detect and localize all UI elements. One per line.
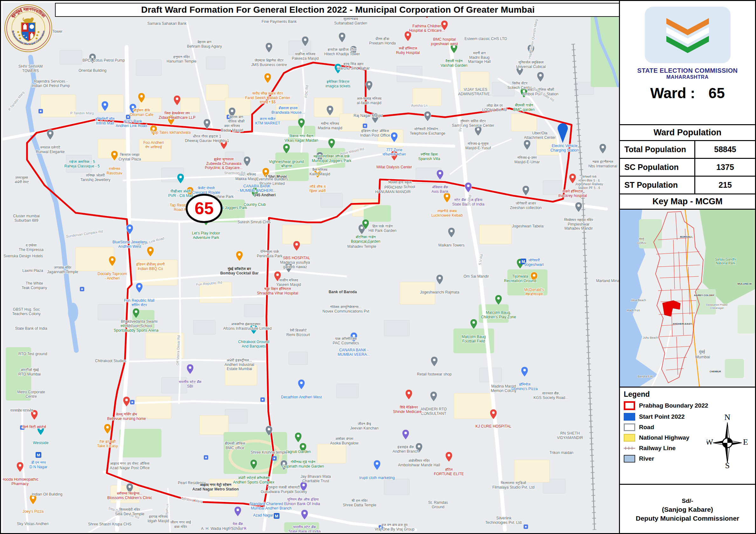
legend: Legend Prabhag Boundary 2022 Start Point… xyxy=(620,388,755,485)
ward-label: Ward : xyxy=(650,85,695,102)
commercial-block xyxy=(454,393,492,419)
keymap-svg: गोराईGORAISanjay GandhiNational ParkBORI… xyxy=(620,210,755,388)
park-area xyxy=(120,429,161,457)
commercial-block xyxy=(200,416,228,435)
map-label: Joey's Pizza xyxy=(23,509,44,514)
circle xyxy=(205,456,207,458)
circle xyxy=(276,273,279,276)
start-point-swatch-icon xyxy=(624,413,635,420)
bmc-seal-logo: बृहन्मुंबई महानगरपालिका Brihanmumbai Mun… xyxy=(4,4,52,54)
signature-sd: Sd/- xyxy=(682,497,693,504)
map-label: बीएमसी गार्डनBMC garden xyxy=(513,103,534,112)
map-label: ॲक्सिस बँकAxis Bank xyxy=(431,185,448,194)
keymap-aarey xyxy=(696,289,716,315)
map-label: बीएमसी ऑफिसBMC office xyxy=(225,441,246,450)
st-population-label: ST Population xyxy=(620,177,695,193)
circle xyxy=(368,83,370,86)
circle xyxy=(443,23,446,25)
compass-w: W xyxy=(707,437,714,446)
building-block xyxy=(193,320,216,335)
map-label: लॉर्ड ऑफ दड्रिंक्स अंधेरी xyxy=(309,184,326,193)
map-label: ऑट्टोमन कॅफेOttoman Cafe xyxy=(130,108,153,117)
legend-item-label: River xyxy=(639,455,654,462)
map-label: Sky Vistas Andheri xyxy=(17,521,49,526)
map-label: पेनिन्सुला पार्कPeninsula Park xyxy=(257,249,283,258)
circle xyxy=(432,394,435,396)
map-label: क्रिस्टल प्लाझाCrystal Plaza xyxy=(119,152,141,161)
ward-map-sheet: MMMSubram TowerSHIV SHIVAMTOWERSRajendra… xyxy=(0,0,756,534)
map-label: जस्टबुक्सअंधेरी वेस्ट xyxy=(14,175,29,184)
map-label: डी एन नगरD N Nagar xyxy=(30,460,48,469)
circle xyxy=(497,297,500,299)
keymap-label: Juhu Beach xyxy=(643,336,658,339)
circle xyxy=(49,132,51,134)
commercial-block xyxy=(206,85,228,100)
circle xyxy=(33,412,36,415)
circle xyxy=(189,366,191,369)
building-block xyxy=(384,320,410,336)
building-block xyxy=(384,479,410,495)
keymap-label: ANDHERI EAST xyxy=(673,322,692,325)
circle xyxy=(206,121,208,124)
transit-stop-icon xyxy=(39,109,43,114)
keymap-label: GORAI xyxy=(637,242,646,244)
map-label: ठाकरे हॉस्पिटलthackrey hospital xyxy=(558,189,587,198)
map-label: Trikon maidan xyxy=(549,450,574,455)
circle xyxy=(127,116,129,117)
map-label: मस्जिद-इ-युसुफMasjid-E-Yusuf xyxy=(466,141,491,150)
map-label: Jay Bhavani MataCharitable Trust xyxy=(300,474,331,483)
keymap-label: CHEMBUR xyxy=(710,370,721,373)
building-block xyxy=(136,60,161,76)
map-label: Malkani Towers xyxy=(438,243,465,247)
transit-stop-icon xyxy=(130,400,134,404)
circle xyxy=(364,125,365,126)
map-label: SBS HOSPITAL xyxy=(283,256,310,260)
circle xyxy=(418,445,420,447)
map-label: महानगरपालिका जॉगर्स पार्कMunicipal Jogge… xyxy=(312,154,352,163)
map-label: Chitrakoot Studios xyxy=(95,359,126,363)
map-label: नबस इंटर्नेशनलNbs International xyxy=(588,160,617,168)
map-label: Country Club xyxy=(244,202,266,207)
map-label: मस्जिद-इ-उमरMasjid-E-Umar xyxy=(514,155,540,164)
circle xyxy=(407,33,409,36)
map-label: Azad Nagar xyxy=(253,513,273,518)
circle xyxy=(297,435,300,437)
circle xyxy=(408,392,410,394)
circle xyxy=(125,399,128,401)
circle xyxy=(113,153,116,155)
map-label: जेएमएस बिझनेस सेंटरJMS Business centre xyxy=(251,58,287,67)
signature-designation: Deputy Municipal Commissioner xyxy=(636,515,740,522)
map-label: CANARA BANK -MUMBAI VEERA... xyxy=(338,348,370,357)
commercial-block xyxy=(511,114,537,131)
circle xyxy=(376,462,378,465)
map-label: Esteem classic CHS LTD xyxy=(465,37,507,41)
circle xyxy=(179,176,182,178)
map-label: कैम मस्जिदKaim Masjid xyxy=(309,167,330,176)
right-panel: STATE ELECTION COMMISSION MAHARASHTRA Wa… xyxy=(619,1,755,534)
circle xyxy=(131,401,133,403)
sec-chevron-icon xyxy=(658,14,718,56)
circle xyxy=(264,170,267,172)
ward-badge-number: 65 xyxy=(195,198,214,217)
map-label: Jagruti Garden xyxy=(285,449,310,454)
map-label: P Tandon Marg xyxy=(70,111,94,115)
legend-item-label: Railway Line xyxy=(639,445,676,452)
building-block xyxy=(206,57,225,69)
circle xyxy=(81,288,83,290)
circle xyxy=(273,457,275,459)
circle xyxy=(329,108,331,110)
keymap-label: MULUND W xyxy=(738,282,752,285)
circle xyxy=(438,277,441,279)
map-label: विकास नगर मैदानVikas nagar Maidan xyxy=(284,134,318,143)
circle xyxy=(330,141,333,143)
map-label: RTO Test ground xyxy=(18,352,47,356)
map-label: इन्फिनिटी मॉलInfiniti Mall xyxy=(95,116,115,125)
circle xyxy=(266,75,269,78)
compass-n: N xyxy=(724,413,731,422)
map-label: इंडियन पोस्ट ऑफिसIndian Post Office xyxy=(360,129,391,138)
text: M xyxy=(37,453,40,457)
building-block xyxy=(244,304,263,317)
signature-block: Sd/- (Sanjog Kabare) Deputy Municipal Co… xyxy=(620,485,755,534)
map-label: अंधेरी इंडस्ट्रीयल...Andheri IndustrialE… xyxy=(225,358,254,371)
keymap-label: AAREY COLONY xyxy=(694,294,715,297)
